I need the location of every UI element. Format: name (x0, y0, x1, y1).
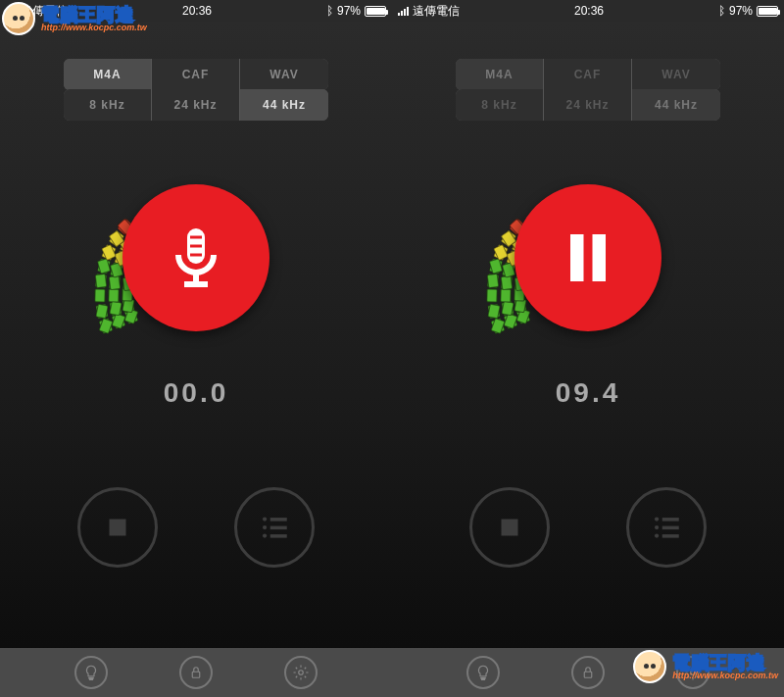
format-caf[interactable]: CAF (152, 59, 240, 90)
format-segment: M4A CAF WAV (456, 59, 720, 90)
svg-rect-10 (270, 526, 287, 530)
watermark-title: 電腦王阿達 (41, 6, 147, 24)
rate-8khz[interactable]: 8 kHz (456, 89, 544, 121)
lightbulb-icon (474, 664, 492, 681)
format-segment: M4A CAF WAV (64, 59, 328, 90)
format-wav[interactable]: WAV (632, 59, 720, 90)
record-area (0, 160, 392, 356)
svg-point-9 (263, 525, 267, 529)
lock-icon (187, 664, 205, 681)
clock: 20:36 (574, 4, 604, 18)
list-icon (650, 511, 683, 544)
signal-icon (398, 6, 409, 16)
stop-button[interactable] (77, 487, 158, 568)
svg-point-11 (263, 533, 267, 537)
pause-button[interactable] (514, 184, 662, 331)
tip-button[interactable] (74, 656, 108, 689)
avatar-icon (2, 2, 35, 35)
watermark-url: http://www.kocpc.com.tw (672, 672, 778, 680)
svg-point-18 (655, 517, 659, 521)
svg-rect-16 (593, 234, 607, 281)
svg-rect-13 (192, 672, 200, 677)
tip-button[interactable] (466, 656, 500, 689)
svg-rect-6 (110, 520, 126, 536)
secondary-controls (0, 487, 392, 568)
format-controls: M4A CAF WAV 8 kHz 24 kHz 44 kHz (0, 59, 392, 121)
lightbulb-icon (82, 664, 100, 681)
bluetooth-icon: ᛒ (326, 4, 333, 18)
watermark-top-left: 電腦王阿達 http://www.kocpc.com.tw (2, 2, 147, 35)
list-icon (258, 511, 291, 544)
carrier-label: 遠傳電信 (413, 3, 460, 20)
rate-segment: 8 kHz 24 kHz 44 kHz (64, 89, 328, 121)
battery-icon (365, 6, 386, 17)
format-caf[interactable]: CAF (544, 59, 632, 90)
rate-24khz[interactable]: 24 kHz (544, 89, 632, 121)
screen-right: 遠傳電信 20:36 ᛒ 97% M4A CAF WAV 8 kHz 24 kH… (392, 0, 784, 697)
recordings-list-button[interactable] (626, 487, 707, 568)
battery-pct: 97% (729, 4, 753, 18)
timer-display: 09.4 (392, 377, 784, 409)
secondary-controls (392, 487, 784, 568)
status-bar: 遠傳電信 20:36 ᛒ 97% (392, 0, 784, 22)
bottom-toolbar (0, 648, 392, 697)
format-wav[interactable]: WAV (240, 59, 328, 90)
avatar-icon (633, 650, 666, 683)
svg-rect-19 (662, 518, 679, 522)
timer-display: 00.0 (0, 377, 392, 409)
battery-pct: 97% (337, 4, 361, 18)
rate-24khz[interactable]: 24 kHz (152, 89, 240, 121)
svg-rect-8 (270, 518, 287, 522)
format-m4a[interactable]: M4A (456, 59, 544, 90)
clock: 20:36 (182, 4, 212, 18)
svg-rect-17 (502, 520, 518, 536)
rate-44khz[interactable]: 44 kHz (240, 89, 328, 121)
lock-icon (579, 664, 597, 681)
screen-left: 遠傳電信 20:36 ᛒ 97% M4A CAF WAV 8 kHz 24 kH… (0, 0, 392, 697)
gear-icon (292, 664, 310, 681)
svg-point-20 (655, 525, 659, 529)
svg-rect-12 (270, 534, 287, 538)
bluetooth-icon: ᛒ (718, 4, 725, 18)
svg-point-7 (263, 517, 267, 521)
svg-rect-24 (584, 672, 592, 677)
lock-button[interactable] (179, 656, 213, 689)
stop-icon (101, 511, 134, 544)
format-m4a[interactable]: M4A (64, 59, 152, 90)
recordings-list-button[interactable] (234, 487, 315, 568)
svg-rect-21 (662, 526, 679, 530)
svg-point-22 (655, 533, 659, 537)
lock-button[interactable] (571, 656, 605, 689)
microphone-icon (161, 223, 231, 293)
watermark-bottom-right: 電腦王阿達 http://www.kocpc.com.tw (633, 650, 778, 683)
stop-icon (493, 511, 526, 544)
battery-icon (757, 6, 778, 17)
pause-icon (553, 223, 623, 293)
rate-44khz[interactable]: 44 kHz (632, 89, 720, 121)
svg-rect-23 (662, 534, 679, 538)
rate-8khz[interactable]: 8 kHz (64, 89, 152, 121)
watermark-url: http://www.kocpc.com.tw (41, 24, 147, 32)
stop-button[interactable] (469, 487, 550, 568)
record-area (392, 160, 784, 356)
settings-button[interactable] (284, 656, 318, 689)
svg-point-14 (298, 671, 303, 675)
watermark-title: 電腦王阿達 (672, 654, 778, 672)
rate-segment: 8 kHz 24 kHz 44 kHz (456, 89, 720, 121)
record-button[interactable] (122, 184, 270, 331)
svg-rect-15 (570, 234, 584, 281)
format-controls: M4A CAF WAV 8 kHz 24 kHz 44 kHz (392, 59, 784, 121)
